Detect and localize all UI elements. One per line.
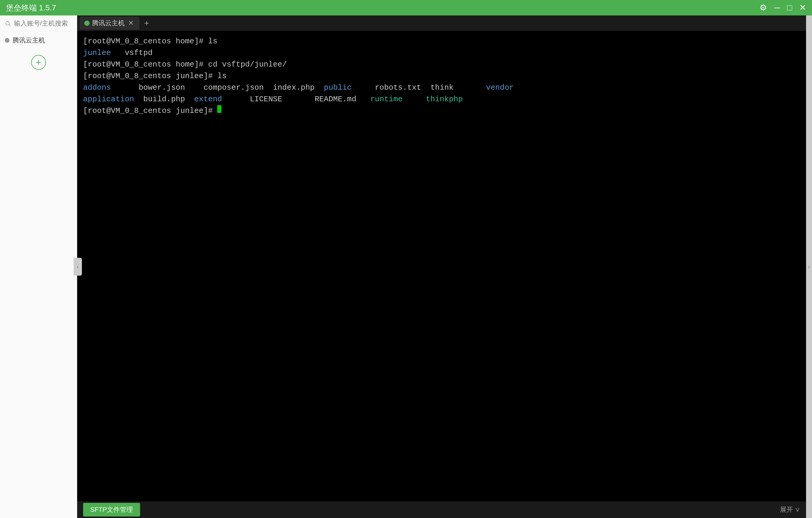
sidebar-server-item[interactable]: 腾讯云主机 <box>0 32 77 49</box>
terminal-line-2: junlee vsftpd <box>83 47 800 59</box>
terminal-container: 腾讯云主机 ✕ + [root@VM_0_8_centos home]# ls … <box>77 16 806 518</box>
title-bar-left: 堡垒终端 1.5.7 <box>6 3 56 13</box>
server-status-dot <box>5 38 9 43</box>
app-title: 堡垒终端 1.5.7 <box>6 3 56 13</box>
terminal-line-4: [root@VM_0_8_centos junlee]# ls <box>83 71 800 82</box>
sftp-manager-button[interactable]: SFTP文件管理 <box>83 503 140 517</box>
title-bar-controls: ⚙ ─ □ ✕ <box>759 4 806 12</box>
svg-line-1 <box>9 25 10 26</box>
prompt-1: [root@VM_0_8_centos home]# <box>83 36 208 47</box>
file-bower: bower.json <box>139 82 203 93</box>
tab-close-button[interactable]: ✕ <box>127 19 135 28</box>
terminal-output[interactable]: [root@VM_0_8_centos home]# ls junlee vsf… <box>77 31 806 501</box>
file-extend: extend <box>194 93 250 105</box>
file-robots: robots.txt <box>375 82 430 93</box>
svg-point-0 <box>6 21 9 25</box>
settings-button[interactable]: ⚙ <box>759 4 767 12</box>
file-index: index.php <box>273 82 324 93</box>
file-thinkphp: thinkphp <box>426 93 463 105</box>
file-public: public <box>324 82 375 93</box>
prompt-4: [root@VM_0_8_centos junlee]# <box>83 71 217 82</box>
terminal-line-1: [root@VM_0_8_centos home]# ls <box>83 36 800 47</box>
prompt-7: [root@VM_0_8_centos junlee]# <box>83 105 217 117</box>
server-label: 腾讯云主机 <box>12 36 45 45</box>
dir-vsftpd: vsftpd <box>125 47 152 59</box>
chevron-left-icon: ‹ <box>77 264 79 270</box>
add-tab-button[interactable]: + <box>141 17 152 29</box>
minimize-button[interactable]: ─ <box>774 4 780 12</box>
file-think: think <box>430 82 486 93</box>
file-vendor: vendor <box>486 82 514 93</box>
status-bar: SFTP文件管理 展开 ∨ <box>77 501 806 518</box>
terminal-line-5: addons bower.json composer.json index.ph… <box>83 82 800 93</box>
cmd-1: ls <box>208 36 217 47</box>
main-layout: 腾讯云主机 + ‹ 腾讯云主机 ✕ + [root@VM_0_8_centos … <box>0 16 812 518</box>
close-button[interactable]: ✕ <box>799 4 806 12</box>
prompt-3: [root@VM_0_8_centos home]# <box>83 59 208 71</box>
search-input[interactable] <box>14 20 72 27</box>
terminal-cursor <box>217 105 222 113</box>
file-runtime: runtime <box>370 93 426 105</box>
title-bar: 堡垒终端 1.5.7 ⚙ ─ □ ✕ <box>0 0 812 16</box>
sidebar: 腾讯云主机 + ‹ <box>0 16 77 518</box>
maximize-button[interactable]: □ <box>787 4 792 12</box>
terminal-line-3: [root@VM_0_8_centos home]# cd vsftpd/jun… <box>83 59 800 71</box>
file-addons: addons <box>83 82 139 93</box>
file-license: LICENSE <box>250 93 315 105</box>
add-server-button[interactable]: + <box>31 55 46 70</box>
cmd-3: cd vsftpd/junlee/ <box>208 59 287 71</box>
file-readme: README.md <box>315 93 370 105</box>
tab-tencent-cloud[interactable]: 腾讯云主机 ✕ <box>80 17 140 30</box>
cmd-4: ls <box>217 71 227 82</box>
tab-bar: 腾讯云主机 ✕ + <box>77 16 806 31</box>
terminal-line-6: application build.php extend LICENSE REA… <box>83 93 800 105</box>
sidebar-collapse-button[interactable]: ‹ <box>74 258 82 276</box>
file-application: application <box>83 93 143 105</box>
search-icon <box>5 20 11 27</box>
tab-label: 腾讯云主机 <box>92 19 125 28</box>
dir-junlee: junlee <box>83 47 111 59</box>
expand-button[interactable]: 展开 ∨ <box>780 505 800 514</box>
terminal-line-7: [root@VM_0_8_centos junlee]# <box>83 105 800 117</box>
file-composer: composer.json <box>204 82 273 93</box>
right-expand-handle[interactable]: › <box>806 16 812 518</box>
file-build: build.php <box>143 93 194 105</box>
sidebar-search <box>0 16 77 32</box>
tab-status-dot <box>84 21 90 26</box>
chevron-right-icon: › <box>808 264 810 270</box>
